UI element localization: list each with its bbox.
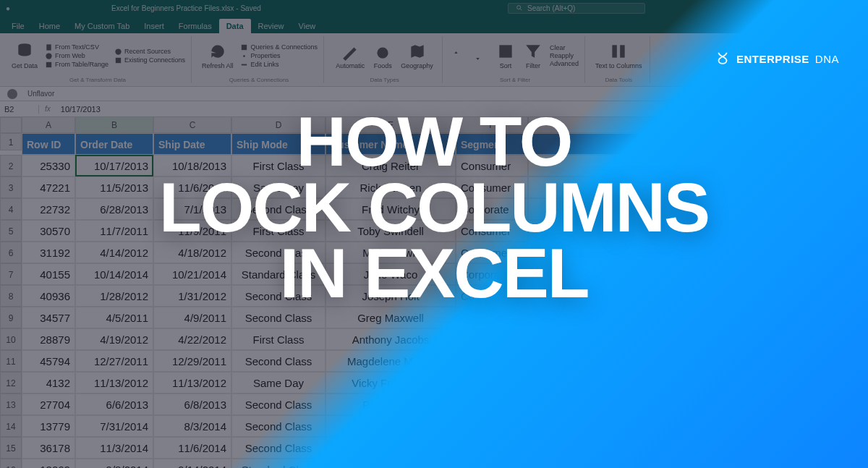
queries-connections[interactable]: Queries & Connections: [240, 43, 318, 51]
cell-blank[interactable]: [528, 415, 868, 437]
column-header-C[interactable]: C: [153, 117, 231, 133]
column-header-E[interactable]: E: [326, 117, 456, 133]
cell[interactable]: 8/3/2014: [153, 415, 231, 437]
row-header-5[interactable]: 5: [0, 220, 22, 242]
tab-custom[interactable]: My Custom Tab: [67, 19, 137, 33]
autosave-toggle[interactable]: ●: [6, 4, 10, 12]
cell-blank[interactable]: [528, 307, 868, 328]
cell[interactable]: Corporate: [456, 459, 528, 468]
recent-sources[interactable]: Recent Sources: [114, 48, 185, 56]
cell[interactable]: Rick Hansen: [326, 176, 456, 198]
cell[interactable]: First Class: [231, 220, 326, 242]
column-header-A[interactable]: A: [22, 117, 75, 133]
cell[interactable]: Patrick Jones: [326, 459, 456, 468]
cell[interactable]: 4/9/2011: [153, 307, 231, 328]
cell[interactable]: Corporate: [456, 307, 528, 328]
get-data-button[interactable]: Get Data: [10, 41, 39, 71]
cell[interactable]: Second Class: [231, 415, 326, 437]
cell[interactable]: 11/7/2011: [75, 220, 153, 242]
cell[interactable]: Corporate: [456, 437, 528, 459]
cell[interactable]: Second Class: [231, 393, 326, 415]
cell[interactable]: 4/22/2012: [153, 328, 231, 350]
data-type-automatic[interactable]: Automatic: [334, 41, 366, 71]
cell[interactable]: 6/28/2013: [75, 198, 153, 220]
cell-blank[interactable]: [528, 176, 868, 198]
sort-az-button[interactable]: [451, 48, 467, 64]
cell[interactable]: Vicky Freymann: [326, 372, 456, 393]
tab-insert[interactable]: Insert: [137, 19, 171, 33]
cell[interactable]: Consumer: [456, 285, 528, 307]
clear-filter[interactable]: Clear: [550, 44, 579, 51]
cell-blank[interactable]: [528, 242, 868, 263]
cell[interactable]: 4/14/2012: [75, 242, 153, 263]
cell[interactable]: Corporate: [456, 415, 528, 437]
cell[interactable]: 1/31/2012: [153, 285, 231, 307]
cell[interactable]: 11/6/2013: [153, 176, 231, 198]
table-header[interactable]: Ship Date: [153, 133, 231, 155]
cell[interactable]: Corporate: [456, 328, 528, 350]
tab-formulas[interactable]: Formulas: [171, 19, 219, 33]
row-header-16[interactable]: 16: [0, 459, 22, 468]
cell[interactable]: Consumer: [456, 242, 528, 263]
cell[interactable]: Consumer: [456, 393, 528, 415]
cell[interactable]: 22732: [22, 198, 75, 220]
cell[interactable]: 1/28/2012: [75, 285, 153, 307]
filter-button[interactable]: Filter: [522, 41, 544, 71]
cell-blank[interactable]: [528, 350, 868, 372]
cell[interactable]: Jane Waco: [326, 263, 456, 285]
cell[interactable]: 9/14/2014: [153, 459, 231, 468]
cell[interactable]: Second Class: [231, 307, 326, 328]
cell[interactable]: Second Class: [231, 242, 326, 263]
sort-za-button[interactable]: [473, 48, 489, 64]
cell[interactable]: 13779: [22, 415, 75, 437]
cell[interactable]: Consumer: [456, 155, 528, 176]
cell[interactable]: First Class: [231, 328, 326, 350]
cell[interactable]: 10/14/2014: [75, 263, 153, 285]
cell[interactable]: 11/5/2013: [75, 176, 153, 198]
cell-blank[interactable]: [528, 328, 868, 350]
cell[interactable]: Second Class: [231, 198, 326, 220]
cell[interactable]: First Class: [231, 155, 326, 176]
row-header-2[interactable]: 2: [0, 155, 22, 176]
cell[interactable]: 36178: [22, 437, 75, 459]
cell[interactable]: Fred Witchy: [326, 198, 456, 220]
worksheet[interactable]: ABCDEF1Row IDOrder DateShip DateShip Mod…: [0, 117, 868, 468]
cell[interactable]: 6/6/2013: [75, 393, 153, 415]
cell[interactable]: 40155: [22, 263, 75, 285]
cell[interactable]: Craig Reiter: [326, 155, 456, 176]
row-header-10[interactable]: 10: [0, 328, 22, 350]
cell-blank[interactable]: [528, 372, 868, 393]
cell[interactable]: 12069: [22, 459, 75, 468]
cell[interactable]: Greg Maxwell: [326, 307, 456, 328]
tab-data[interactable]: Data: [219, 19, 251, 33]
cell[interactable]: 10/21/2014: [153, 263, 231, 285]
cell-blank[interactable]: [528, 393, 868, 415]
cell[interactable]: 11/3/2014: [75, 437, 153, 459]
row-header-6[interactable]: 6: [0, 242, 22, 263]
cell[interactable]: Same Day: [231, 176, 326, 198]
cell[interactable]: 12/29/2011: [153, 350, 231, 372]
cell-blank[interactable]: [528, 459, 868, 468]
table-header-blank[interactable]: [528, 133, 868, 155]
cell[interactable]: Second Class: [231, 437, 326, 459]
table-header[interactable]: Customer Name: [326, 133, 456, 155]
row-header-4[interactable]: 4: [0, 198, 22, 220]
cell[interactable]: 11/6/2014: [153, 437, 231, 459]
table-header[interactable]: Segment: [456, 133, 528, 155]
cell[interactable]: 31192: [22, 242, 75, 263]
tab-view[interactable]: View: [292, 19, 323, 33]
cell-blank[interactable]: [528, 198, 868, 220]
row-header-11[interactable]: 11: [0, 350, 22, 372]
cell[interactable]: 47221: [22, 176, 75, 198]
cell[interactable]: Ben Peterman: [326, 415, 456, 437]
search-box[interactable]: Search (Alt+Q): [508, 3, 645, 14]
properties[interactable]: Properties: [240, 52, 318, 60]
edit-links[interactable]: Edit Links: [240, 61, 318, 69]
table-header[interactable]: Ship Mode: [231, 133, 326, 155]
cell[interactable]: Toby Swindell: [326, 220, 456, 242]
formula-input[interactable]: 10/17/2013: [56, 105, 105, 114]
cell[interactable]: 4/5/2011: [75, 307, 153, 328]
cell[interactable]: 7/1/2013: [153, 198, 231, 220]
reapply-filter[interactable]: Reapply: [550, 52, 579, 59]
text-to-columns-button[interactable]: Text to Columns: [594, 41, 644, 71]
